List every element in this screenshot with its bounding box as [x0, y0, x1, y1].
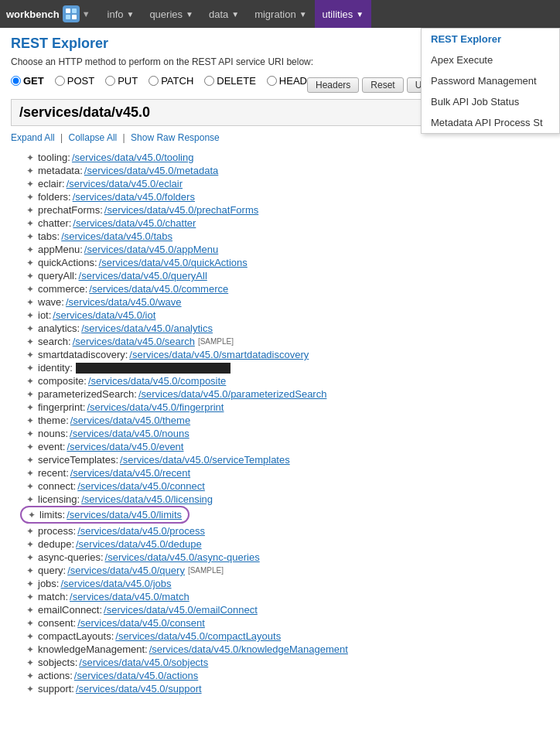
tree-item-link[interactable]: /services/data/v45.0/fingerprint [87, 401, 224, 413]
dropdown-item-bulk-api[interactable]: Bulk API Job Status [422, 91, 559, 112]
tree-bullet-icon: ✦ [26, 336, 34, 347]
tree-item-link[interactable]: /services/data/v45.0/prechatForms [104, 204, 258, 216]
tree-item-link[interactable]: /services/data/v45.0/iot [53, 309, 155, 321]
tree-item-link[interactable]: /services/data/v45.0/limits [67, 509, 182, 520]
tree-bullet-icon: ✦ [26, 618, 34, 629]
list-item: ✦match:/services/data/v45.0/match [26, 590, 549, 603]
tree-item-link[interactable]: /services/data/v45.0/tooling [72, 152, 194, 163]
tree-bullet-icon: ✦ [26, 192, 34, 203]
collapse-all-link[interactable]: Collapse All [69, 132, 118, 143]
tree-item-link[interactable]: /services/data/v45.0/jobs [60, 578, 171, 589]
tree-item-label: consent: [38, 617, 76, 629]
logo-chevron: ▼ [82, 9, 90, 19]
tree-item-label: actions: [38, 670, 73, 681]
list-item: ✦process:/services/data/v45.0/process [26, 524, 549, 538]
nav-item-migration[interactable]: migration ▼ [247, 0, 314, 28]
tree-item-label: sobjects: [38, 657, 77, 668]
tree-item-link[interactable]: /services/data/v45.0/commerce [89, 283, 228, 295]
list-item: ✦quickActions:/services/data/v45.0/quick… [26, 256, 549, 269]
tree-bullet-icon: ✦ [26, 152, 34, 163]
tree-item-link[interactable]: /services/data/v45.0/queryAll [79, 270, 207, 282]
tree-item-link[interactable]: /services/data/v45.0/nouns [70, 428, 190, 439]
tree-bullet-icon: ✦ [26, 205, 34, 216]
radio-post[interactable]: POST [55, 75, 94, 87]
list-item: ✦identity: [26, 361, 549, 374]
reset-button[interactable]: Reset [362, 77, 403, 93]
list-item: ✦dedupe:/services/data/v45.0/dedupe [26, 538, 549, 551]
tree-bullet-icon: ✦ [26, 402, 34, 413]
tree-item-label: jobs: [38, 578, 59, 589]
tree-item-link[interactable]: /services/data/v45.0/theme [70, 415, 190, 426]
tree-item-link[interactable]: /services/data/v45.0/parameterizedSearch [138, 388, 327, 400]
tree-item-link[interactable]: /services/data/v45.0/emailConnect [104, 604, 258, 616]
list-item: ✦theme:/services/data/v45.0/theme [26, 414, 549, 427]
dropdown-item-apex-execute[interactable]: Apex Execute [422, 49, 559, 70]
tree-item-link[interactable]: /services/data/v45.0/quickActions [99, 257, 248, 268]
show-raw-link[interactable]: Show Raw Response [131, 132, 220, 143]
tree-item-link[interactable]: /services/data/v45.0/wave [66, 296, 182, 308]
tree-item-link[interactable]: /services/data/v45.0/tabs [61, 230, 172, 242]
radio-head[interactable]: HEAD [267, 75, 307, 87]
tree-bullet-icon: ✦ [26, 363, 34, 374]
nav-item-info[interactable]: info ▼ [100, 0, 142, 28]
tree-bullet-icon: ✦ [26, 442, 34, 452]
tree-item-link[interactable]: /services/data/v45.0/dedupe [76, 538, 202, 550]
tree-item-link[interactable]: /services/data/v45.0/serviceTemplates [120, 454, 290, 466]
tree-item-link[interactable]: /services/data/v45.0/connect [77, 480, 205, 492]
tree-item-link[interactable]: /services/data/v45.0/recent [70, 467, 190, 479]
tree-item-link[interactable]: /services/data/v45.0/eclair [67, 178, 183, 189]
tree-item-link[interactable]: /services/data/v45.0/actions [74, 670, 198, 681]
list-item: ✦composite:/services/data/v45.0/composit… [26, 374, 549, 387]
tree-item-link[interactable]: /services/data/v45.0/process [77, 525, 205, 537]
tree-item-link[interactable]: /services/data/v45.0/metadata [84, 165, 218, 176]
headers-button[interactable]: Headers [307, 77, 359, 93]
tree-item-link[interactable]: /services/data/v45.0/support [76, 683, 202, 695]
nav-item-queries[interactable]: queries ▼ [142, 0, 201, 28]
tree-item-link[interactable]: /services/data/v45.0/event [67, 441, 183, 452]
tree-item-link[interactable]: /services/data/v45.0/compactLayouts [115, 630, 281, 642]
tree-item-link[interactable]: /services/data/v45.0/search [73, 336, 195, 347]
page-description: Choose an HTTP method to perform on the … [11, 56, 313, 67]
tree-item-link[interactable]: /services/data/v45.0/appMenu [84, 244, 218, 255]
tree-item-link[interactable]: /services/data/v45.0/match [70, 591, 190, 602]
tree-item-label: licensing: [38, 493, 80, 505]
tree-item-link[interactable]: /services/data/v45.0/query [67, 565, 185, 576]
tree-item-label: query: [38, 565, 66, 576]
expand-all-link[interactable]: Expand All [11, 132, 55, 143]
tree-item-link[interactable]: /services/data/v45.0/knowledgeManagement [149, 643, 348, 655]
tree-item-link[interactable]: /services/data/v45.0/folders [73, 191, 195, 203]
tree-item-label: recent: [38, 467, 69, 479]
tree-item-link[interactable]: /services/data/v45.0/analytics [81, 323, 213, 334]
tree-item-label: commerce: [38, 283, 87, 295]
tree-item-link[interactable]: /services/data/v45.0/consent [77, 617, 205, 629]
logo-text: workbench [6, 9, 60, 20]
radio-delete[interactable]: DELETE [204, 75, 256, 87]
nav-item-data[interactable]: data ▼ [201, 0, 247, 28]
tree-item-link[interactable]: /services/data/v45.0/composite [88, 375, 226, 387]
radio-put[interactable]: PUT [105, 75, 138, 87]
list-item: ✦tabs:/services/data/v45.0/tabs [26, 230, 549, 243]
tree-item-link[interactable]: /services/data/v45.0/sobjects [79, 657, 208, 668]
dropdown-item-rest-explorer[interactable]: REST Explorer [422, 29, 559, 49]
list-item: ✦folders:/services/data/v45.0/folders [26, 190, 549, 203]
tree-item-link[interactable]: /services/data/v45.0/smartdatadiscovery [129, 349, 309, 360]
list-item: ✦support:/services/data/v45.0/support [26, 682, 549, 695]
tree-bullet-icon: ✦ [26, 350, 34, 360]
svg-rect-0 [66, 9, 70, 13]
dropdown-item-password-mgmt[interactable]: Password Management [422, 70, 559, 91]
dropdown-item-metadata-api[interactable]: Metadata API Process St [422, 112, 559, 133]
tree-item-label: match: [38, 591, 68, 602]
tree-bullet-icon: ✦ [26, 218, 34, 229]
nav-item-utilities[interactable]: utilities ▼ [315, 0, 372, 28]
tree-item-link[interactable]: /services/data/v45.0/licensing [81, 493, 213, 505]
tree-item-link[interactable]: /services/data/v45.0/async-queries [105, 551, 260, 563]
tree-bullet-icon: ✦ [26, 244, 34, 255]
tree-item-label: emailConnect: [38, 604, 102, 616]
tree-item-label: prechatForms: [38, 204, 103, 216]
tree-item-label: iot: [38, 309, 51, 321]
radio-patch[interactable]: PATCH [149, 75, 193, 87]
tree-bullet-icon: ✦ [26, 323, 34, 334]
radio-get[interactable]: GET [11, 75, 44, 87]
tree-bullet-icon: ✦ [26, 284, 34, 295]
tree-item-link[interactable]: /services/data/v45.0/chatter [73, 217, 196, 229]
